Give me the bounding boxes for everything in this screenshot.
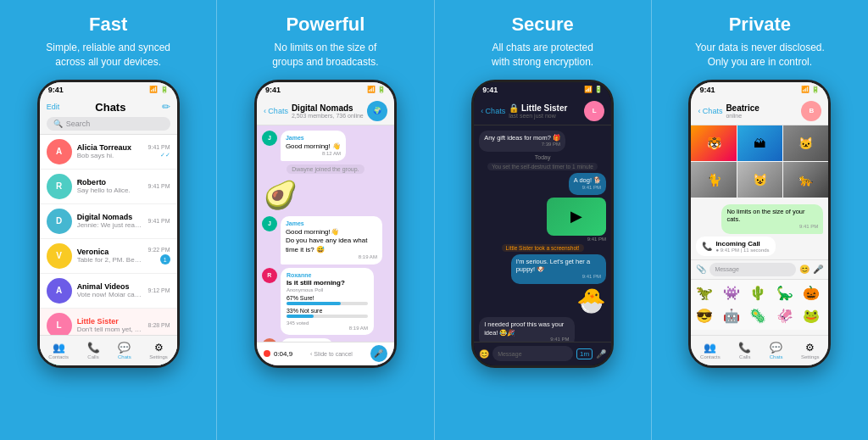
sticker-5[interactable]: 🎃 — [800, 282, 822, 304]
emoji-icon-private[interactable]: 😊 — [799, 265, 810, 274]
private-chat-sub: online — [726, 113, 798, 119]
panel-secure-desc: All chats are protectedwith strong encry… — [492, 41, 593, 70]
dark-chat-header: ‹ Chats 🔒 Little Sister last seen just n… — [474, 97, 611, 125]
photo-tiger: 🐯 — [691, 125, 736, 161]
nav-settings-p[interactable]: ⚙ Settings — [801, 342, 820, 359]
compose-button[interactable]: ✏ — [162, 101, 170, 113]
panel-private: Private Your data is never disclosed.Onl… — [651, 0, 868, 440]
sticker-2[interactable]: 👾 — [721, 282, 743, 304]
avatar-alicia: A — [47, 139, 72, 164]
settings-icon-p: ⚙ — [805, 342, 815, 354]
chats-icon: 💬 — [118, 342, 131, 354]
sticker-3[interactable]: 🌵 — [747, 282, 769, 304]
messages-area: J James Good morning! 👋 8:12 AM Dwayne j… — [257, 125, 394, 349]
poll-container: R Roxanne Is it still morning? Anonymous… — [262, 268, 389, 335]
sticker-8[interactable]: 🦠 — [747, 305, 769, 327]
chat-item-veronica[interactable]: V Veronica Table for 2, PM. Be there. 9:… — [40, 239, 177, 274]
panel-powerful-title: Powerful — [286, 14, 364, 36]
mic-icon-private[interactable]: 🎤 — [813, 265, 823, 274]
phone-secure-screen: 9:41 📶 🔋 ‹ Chats 🔒 Little Sister last se… — [474, 82, 611, 365]
chat-name: Alicia Torreaux — [77, 143, 143, 152]
nav-settings[interactable]: ⚙ Settings — [149, 342, 168, 359]
back-button-private[interactable]: ‹ Chats — [698, 107, 722, 115]
chat-info-alicia: Alicia Torreaux Bob says hi. — [77, 143, 143, 159]
mic-button[interactable]: 🎤 — [370, 345, 387, 362]
sticker-1[interactable]: 🦖 — [693, 282, 715, 304]
calls-icon: 📞 — [87, 342, 100, 354]
nav-chats[interactable]: 💬 Chats — [118, 342, 131, 359]
dark-messages: Any gift ideas for mom? 🎁 7:39 PM Today … — [474, 125, 611, 354]
phone-fast-screen: 9:41 📶 🔋 Edit Chats ✏ 🔍 Search A — [40, 82, 177, 365]
emoji-icon[interactable]: 😊 — [479, 349, 489, 359]
attachment-icon[interactable]: 📎 — [696, 265, 706, 274]
chat-preview: Bob says hi. — [77, 152, 143, 159]
nav-contacts[interactable]: 👥 Contacts — [48, 342, 69, 359]
back-button[interactable]: ‹ Chats — [264, 107, 288, 115]
dark-message-input[interactable]: Message — [492, 346, 573, 361]
phone-private-screen: 9:41 📶 🔋 ‹ Chats Beatrice online B 🐯 🏔 🐱… — [691, 82, 828, 365]
edit-button[interactable]: Edit — [47, 103, 60, 111]
dark-input-area: 😊 Message 1m 🎤 — [474, 342, 611, 365]
panel-fast-title: Fast — [89, 14, 127, 36]
nav-chats-p[interactable]: 💬 Chats — [770, 342, 783, 359]
nav-calls-p[interactable]: 📞 Calls — [738, 342, 751, 359]
photo-cat4: 🐆 — [783, 162, 828, 198]
private-message-input[interactable]: Message — [709, 263, 796, 276]
avatar-animal-videos: A — [47, 278, 72, 304]
private-msg-cats: No limits on the size of your cats. 9:41… — [721, 204, 823, 234]
back-button-dark[interactable]: ‹ Chats — [481, 107, 505, 115]
group-chat-header: ‹ Chats Digital Nomads 2,503 members, 73… — [257, 97, 394, 125]
search-bar[interactable]: 🔍 Search — [47, 117, 170, 131]
sticker-10[interactable]: 🐸 — [800, 305, 822, 327]
status-bar-2: 9:41 📶 🔋 — [257, 82, 394, 97]
recording-time: 0:04,9 — [274, 350, 292, 358]
bottom-nav-private: 👥 Contacts 📞 Calls 💬 Chats ⚙ Settings — [691, 335, 828, 365]
recording-dot — [264, 350, 270, 357]
incoming-call: 📞 Incoming Call ● 9:41 PM | 11 seconds — [696, 237, 775, 256]
group-sub: 2,503 members, 736 online — [292, 113, 364, 119]
photo-cat3: 😺 — [737, 162, 782, 198]
status-time: 9:41 — [48, 86, 64, 94]
phone-powerful: 9:41 📶 🔋 ‹ Chats Digital Nomads 2,503 me… — [254, 80, 397, 368]
sticker-7[interactable]: 🤖 — [721, 305, 743, 327]
private-avatar: B — [801, 101, 821, 121]
sticker-9[interactable]: 🦑 — [774, 305, 796, 327]
phone-fast: 9:41 📶 🔋 Edit Chats ✏ 🔍 Search A — [37, 80, 180, 368]
msg-james-morning: J James Good morning! 👋 8:12 AM — [262, 131, 389, 161]
panel-private-desc: Your data is never disclosed.Only you ar… — [695, 41, 825, 70]
poll-bubble: Roxanne Is it still morning? Anonymous P… — [281, 268, 374, 335]
bottom-nav: 👥 Contacts 📞 Calls 💬 Chats ⚙ Settings — [40, 335, 177, 365]
chat-info-roberto: Roberto Say hello to Alice. — [77, 178, 143, 194]
chat-item-roberto[interactable]: R Roberto Say hello to Alice. 9:41 PM — [40, 170, 177, 204]
panel-fast-desc: Simple, reliable and syncedacross all yo… — [46, 41, 170, 70]
msg-bubble: James Good morning! 👋 8:12 AM — [281, 131, 346, 161]
sticker-panel: 🦖 👾 🌵 🦕 🎃 😎 🤖 🦠 🦑 🐸 — [691, 279, 828, 330]
phone-powerful-screen: 9:41 📶 🔋 ‹ Chats Digital Nomads 2,503 me… — [257, 82, 394, 365]
private-chat-name: Beatrice — [726, 103, 798, 113]
panel-powerful-desc: No limits on the size ofgroups and broad… — [272, 41, 378, 70]
sticker-4[interactable]: 🦕 — [774, 282, 796, 304]
chats-header: Edit Chats ✏ 🔍 Search — [40, 97, 177, 135]
nav-contacts-p[interactable]: 👥 Contacts — [700, 342, 721, 359]
mic-icon-dark[interactable]: 🎤 — [596, 349, 606, 359]
chat-item-alicia[interactable]: A Alicia Torreaux Bob says hi. 9:41 PM ✓… — [40, 135, 177, 170]
voice-recording-bar: 0:04,9 ‹ Slide to cancel 🎤 — [257, 342, 394, 365]
private-chat-header: ‹ Chats Beatrice online B — [691, 97, 828, 125]
panel-fast: Fast Simple, reliable and syncedacross a… — [0, 0, 216, 440]
settings-icon: ⚙ — [154, 342, 164, 354]
message-placeholder: Message — [498, 351, 521, 357]
panel-secure: Secure All chats are protectedwith stron… — [434, 0, 651, 440]
poll-option-1: 67% Sure! — [287, 295, 368, 305]
secure-chat-name: 🔒 Little Sister — [509, 103, 581, 113]
chat-item-animal-videos[interactable]: A Animal Videos Vote now! Moiar cat vide… — [40, 274, 177, 309]
panel-powerful: Powerful No limits on the size ofgroups … — [216, 0, 433, 440]
chat-list: A Alicia Torreaux Bob says hi. 9:41 PM ✓… — [40, 135, 177, 365]
sticker-6[interactable]: 😎 — [693, 305, 715, 327]
status-bar-3: 9:41 📶 🔋 — [474, 82, 611, 97]
nav-calls[interactable]: 📞 Calls — [87, 342, 100, 359]
status-bar-4: 9:41 📶 🔋 — [691, 82, 828, 97]
panel-private-title: Private — [729, 14, 791, 36]
chat-item-digital-nomads[interactable]: D Digital Nomads Jennie: We just reached… — [40, 204, 177, 239]
dark-system-msg: You set the self-destruct timer to 1 min… — [487, 163, 598, 170]
group-avatar: 🌍 — [367, 101, 387, 121]
